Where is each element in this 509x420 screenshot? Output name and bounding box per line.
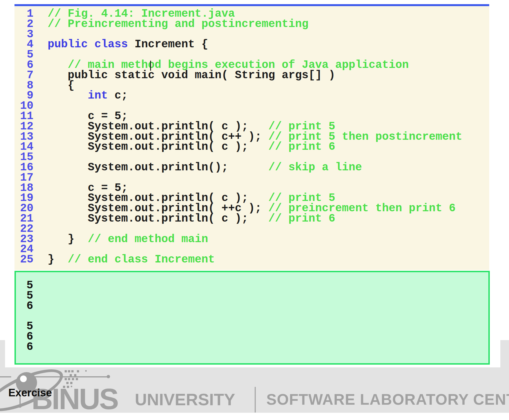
slide-page: 1// Fig. 4.14: Increment.java2// Preincr… [0, 0, 509, 420]
logo-line-left [0, 376, 11, 377]
code-line: 4public class Increment { [14, 40, 489, 50]
code-line: 14 System.out.println( c ); // print 6 [14, 142, 489, 152]
code-line: 16 System.out.println(); // skip a line [14, 163, 489, 173]
code-line: 7 public static void main( String args[]… [14, 70, 489, 81]
code-listing: 1// Fig. 4.14: Increment.java2// Preincr… [14, 9, 489, 265]
line-number: 25 [14, 255, 33, 265]
console-output-line: 6 [26, 332, 488, 342]
console-output-line: 5 [26, 281, 488, 291]
logo-line-end-dot [107, 375, 110, 378]
code-text: // Preincrementing and postincrementing [33, 19, 308, 30]
software-laboratory-center-label: SOFTWARE LABORATORY CENTER [266, 392, 509, 407]
console-output-line: 6 [26, 342, 488, 352]
code-line: 2// Preincrementing and postincrementing [14, 19, 489, 30]
exercise-label: Exercise [8, 387, 52, 399]
logo-line-bottom-dot [18, 404, 22, 408]
top-accent-bar [14, 4, 489, 6]
code-text: System.out.println( c ); // print 6 [33, 142, 335, 152]
footer-divider [255, 387, 256, 412]
text-cursor [150, 61, 151, 71]
console-output-panel: 556 566 [14, 271, 490, 365]
code-editor-panel[interactable]: 1// Fig. 4.14: Increment.java2// Preincr… [14, 6, 489, 270]
code-line: 9 int c; [14, 91, 489, 101]
code-text: public static void main( String args[] ) [33, 70, 335, 81]
binus-eye-highlight [20, 375, 27, 382]
code-text: public class Increment { [33, 40, 208, 50]
console-output-lines: 556 566 [16, 272, 488, 352]
code-text: } // end class Increment [33, 255, 215, 265]
line-number: 22 [14, 224, 33, 234]
gray-edge-strip-right [500, 340, 509, 367]
console-output-line: 5 [26, 321, 488, 332]
console-output-line: 6 [26, 301, 488, 311]
code-line: 23 } // end method main [14, 234, 489, 245]
code-line: 21 System.out.println( c ); // print 6 [14, 214, 489, 224]
gray-edge-strip-left [0, 340, 5, 367]
console-output-line [26, 311, 488, 321]
code-text: System.out.println( c ); // print 6 [33, 214, 335, 224]
console-output-line: 5 [26, 291, 488, 301]
code-line: 25} // end class Increment [14, 255, 489, 265]
code-text: System.out.println(); // skip a line [33, 163, 362, 173]
logo-line-horizontal [33, 376, 108, 377]
university-wordmark: UNIVERSITY [135, 391, 235, 408]
code-text: } // end method main [33, 234, 208, 245]
